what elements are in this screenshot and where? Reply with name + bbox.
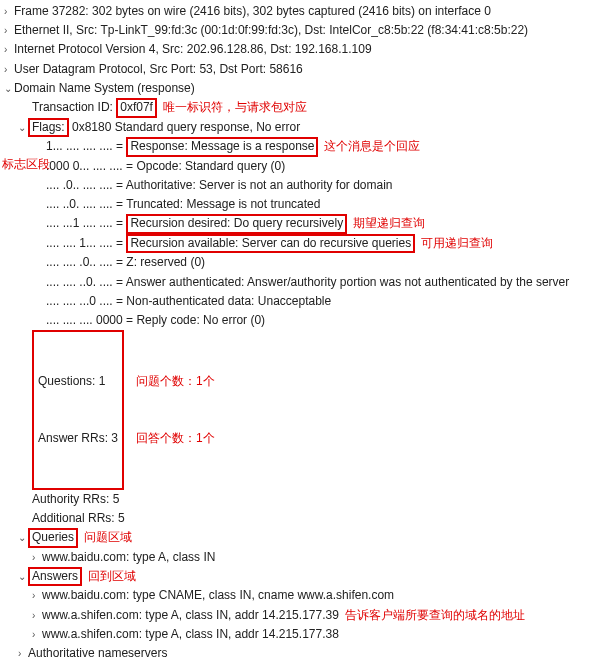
authority-rrs: Authority RRs: 5 (32, 490, 119, 509)
authoritative-ns: Authoritative nameservers (28, 644, 167, 657)
flag-opcode-row[interactable]: .000 0... .... .... = Opcode: Standard q… (4, 157, 610, 176)
flag-bits: 1... .... .... .... = (46, 137, 126, 156)
answer-item-1: www.baidu.com: type CNAME, class IN, cna… (42, 586, 394, 605)
transaction-id-row[interactable]: Transaction ID: 0xf07f 唯一标识符，与请求包对应 (4, 98, 610, 118)
flags-value: 0x8180 Standard query response, No error (69, 118, 300, 137)
chevron-down-icon[interactable]: ⌄ (4, 81, 14, 97)
flag-bits: .... ...1 .... .... = (46, 214, 126, 233)
udp-summary[interactable]: › User Datagram Protocol, Src Port: 53, … (4, 60, 610, 79)
flag-answer-auth-row[interactable]: .... .... ..0. .... = Answer authenticat… (4, 273, 610, 292)
answers-label: Answers (28, 567, 82, 587)
flag-authoritative: .... .0.. .... .... = Authoritative: Ser… (46, 176, 393, 195)
flags-row[interactable]: ⌄ Flags: 0x8180 Standard query response,… (4, 118, 610, 138)
answer-item-3: www.a.shifen.com: type A, class IN, addr… (42, 625, 339, 644)
flag-z: .... .... .0.. .... = Z: reserved (0) (46, 253, 205, 272)
authoritative-ns-row[interactable]: › Authoritative nameservers (4, 644, 610, 657)
counts-block: Questions: 1 Answer RRs: 3 问题个数：1个 回答个数：… (4, 330, 610, 490)
query-item-row[interactable]: › www.baidu.com: type A, class IN (4, 548, 610, 567)
udp-text: User Datagram Protocol, Src Port: 53, Ds… (14, 60, 303, 79)
ip-summary[interactable]: › Internet Protocol Version 4, Src: 202.… (4, 40, 610, 59)
flag-recursion-available-text: Recursion available: Server can do recur… (126, 234, 415, 254)
flag-recursion-desired-row[interactable]: .... ...1 .... .... = Recursion desired:… (4, 214, 610, 234)
chevron-down-icon[interactable]: ⌄ (18, 120, 28, 136)
chevron-down-icon[interactable]: ⌄ (18, 530, 28, 546)
flag-recursion-desired-anno: 期望递归查询 (353, 214, 425, 233)
chevron-right-icon[interactable]: › (32, 627, 42, 643)
eth-text: Ethernet II, Src: Tp-LinkT_99:fd:3c (00:… (14, 21, 528, 40)
flag-z-row[interactable]: .... .... .0.. .... = Z: reserved (0) (4, 253, 610, 272)
query-item: www.baidu.com: type A, class IN (42, 548, 215, 567)
queries-anno: 问题区域 (84, 528, 132, 547)
answer-rrs-text: Answer RRs: 3 (38, 431, 118, 445)
flag-bits: .... .... 1... .... = (46, 234, 126, 253)
flag-reply-code: .... .... .... 0000 = Reply code: No err… (46, 311, 265, 330)
flag-truncated-row[interactable]: .... ..0. .... .... = Truncated: Message… (4, 195, 610, 214)
flag-reply-code-row[interactable]: .... .... .... 0000 = Reply code: No err… (4, 311, 610, 330)
questions-anno: 问题个数：1个 (136, 372, 215, 391)
flag-recursion-available-row[interactable]: .... .... 1... .... = Recursion availabl… (4, 234, 610, 254)
queries-label: Queries (28, 528, 78, 548)
answer-rrs-anno: 回答个数：1个 (136, 429, 215, 448)
flag-opcode: .000 0... .... .... = Opcode: Standard q… (46, 157, 285, 176)
flag-response-anno: 这个消息是个回应 (324, 137, 420, 156)
ethernet-summary[interactable]: › Ethernet II, Src: Tp-LinkT_99:fd:3c (0… (4, 21, 610, 40)
flag-non-auth-row[interactable]: .... .... ...0 .... = Non-authenticated … (4, 292, 610, 311)
queries-row[interactable]: ⌄ Queries 问题区域 (4, 528, 610, 548)
dns-text: Domain Name System (response) (14, 79, 195, 98)
answers-anno: 回到区域 (88, 567, 136, 586)
dns-summary[interactable]: ⌄ Domain Name System (response) (4, 79, 610, 98)
additional-rrs: Additional RRs: 5 (32, 509, 125, 528)
transaction-id-value: 0xf07f (116, 98, 157, 118)
flag-recursion-desired-text: Recursion desired: Do query recursively (126, 214, 347, 234)
flag-response-text: Response: Message is a response (126, 137, 318, 157)
transaction-id-anno: 唯一标识符，与请求包对应 (163, 98, 307, 117)
chevron-right-icon[interactable]: › (32, 588, 42, 604)
answer-item-row[interactable]: › www.a.shifen.com: type A, class IN, ad… (4, 625, 610, 644)
chevron-right-icon[interactable]: › (32, 608, 42, 624)
answer-rrs-row[interactable]: Answer RRs: 3 (38, 429, 118, 448)
transaction-id-label: Transaction ID: (32, 98, 116, 117)
flag-non-auth: .... .... ...0 .... = Non-authenticated … (46, 292, 331, 311)
questions-row[interactable]: Questions: 1 (38, 372, 118, 391)
flag-truncated: .... ..0. .... .... = Truncated: Message… (46, 195, 320, 214)
flag-response-row[interactable]: 1... .... .... .... = Response: Message … (4, 137, 610, 157)
questions-text: Questions: 1 (38, 374, 105, 388)
flag-answer-auth: .... .... ..0. .... = Answer authenticat… (46, 273, 569, 292)
answer-item-row[interactable]: › www.a.shifen.com: type A, class IN, ad… (4, 606, 610, 625)
counts-box: Questions: 1 Answer RRs: 3 (32, 330, 124, 490)
answer-item-row[interactable]: › www.baidu.com: type CNAME, class IN, c… (4, 586, 610, 605)
answer-item-2-anno: 告诉客户端所要查询的域名的地址 (345, 606, 525, 625)
chevron-right-icon[interactable]: › (4, 4, 14, 20)
chevron-right-icon[interactable]: › (4, 62, 14, 78)
flag-authoritative-row[interactable]: .... .0.. .... .... = Authoritative: Ser… (4, 176, 610, 195)
chevron-right-icon[interactable]: › (32, 550, 42, 566)
frame-summary[interactable]: › Frame 37282: 302 bytes on wire (2416 b… (4, 2, 610, 21)
flags-section-anno: 标志区段 (2, 155, 50, 174)
additional-rrs-row[interactable]: Additional RRs: 5 (4, 509, 610, 528)
ip-text: Internet Protocol Version 4, Src: 202.96… (14, 40, 372, 59)
chevron-right-icon[interactable]: › (18, 646, 28, 657)
chevron-right-icon[interactable]: › (4, 23, 14, 39)
frame-text: Frame 37282: 302 bytes on wire (2416 bit… (14, 2, 491, 21)
chevron-right-icon[interactable]: › (4, 42, 14, 58)
answers-row[interactable]: ⌄ Answers 回到区域 (4, 567, 610, 587)
answer-item-2: www.a.shifen.com: type A, class IN, addr… (42, 606, 339, 625)
flags-label: Flags: (28, 118, 69, 138)
authority-rrs-row[interactable]: Authority RRs: 5 (4, 490, 610, 509)
flag-recursion-available-anno: 可用递归查询 (421, 234, 493, 253)
chevron-down-icon[interactable]: ⌄ (18, 569, 28, 585)
